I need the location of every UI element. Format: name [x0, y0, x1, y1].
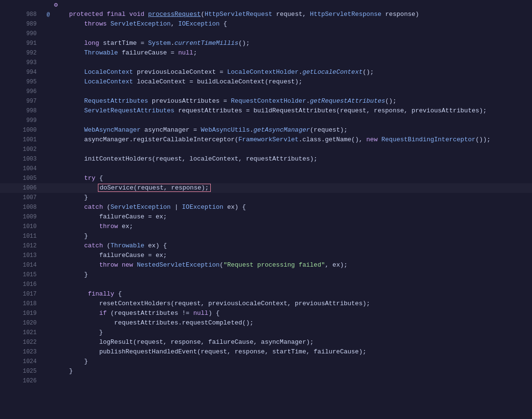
- code-line-996: 996: [0, 87, 532, 96]
- code-content: [54, 280, 532, 289]
- code-content: catch (Throwable ex) {: [54, 241, 532, 251]
- code-content: }: [54, 270, 532, 280]
- code-line-1021: 1021 }: [0, 328, 532, 338]
- override-indicator-icon[interactable]: ⚙: [54, 1, 58, 9]
- highlighted-call: doService(request, response);: [98, 184, 211, 192]
- gutter-cell: [42, 222, 54, 231]
- code-content: protected final void processRequest(Http…: [54, 10, 532, 19]
- code-content: finally {: [54, 289, 532, 299]
- code-content: [54, 29, 532, 39]
- code-content: }: [54, 357, 532, 366]
- code-content: LocaleContext previousLocaleContext = Lo…: [54, 68, 532, 77]
- code-content: logResult(request, response, failureCaus…: [54, 338, 532, 347]
- code-content: LocaleContext localeContext = buildLocal…: [54, 77, 532, 87]
- code-content: [54, 58, 532, 68]
- line-number: 1007: [0, 193, 42, 203]
- line-number: 994: [0, 68, 42, 77]
- code-line-1022: 1022 logResult(request, response, failur…: [0, 338, 532, 347]
- code-line-1026: 1026: [0, 376, 532, 386]
- code-content: throws ServletException, IOException {: [54, 19, 532, 29]
- gutter-cell: [42, 289, 54, 299]
- line-number: 1021: [0, 328, 42, 338]
- code-line-998: 998 ServletRequestAttributes requestAttr…: [0, 106, 532, 116]
- gutter-cell: [42, 174, 54, 183]
- line-number: 999: [0, 116, 42, 125]
- code-content: initContextHolders(request, localeContex…: [54, 154, 532, 164]
- code-line-1013: 1013 failureCause = ex;: [0, 251, 532, 260]
- code-line-1020: 1020 requestAttributes.requestCompleted(…: [0, 318, 532, 328]
- line-number: 1002: [0, 145, 42, 154]
- code-line-999: 999: [0, 116, 532, 125]
- line-number: 992: [0, 48, 42, 58]
- code-content: }: [54, 193, 532, 203]
- line-number: 1008: [0, 203, 42, 212]
- line-number: 1011: [0, 231, 42, 241]
- code-content: asyncManager.registerCallableInterceptor…: [54, 135, 532, 145]
- code-content: failureCause = ex;: [54, 251, 532, 260]
- gutter-cell: [42, 299, 54, 309]
- gutter-cell: [42, 270, 54, 280]
- code-line-1025: 1025 }: [0, 366, 532, 376]
- code-content: requestAttributes.requestCompleted();: [54, 318, 532, 328]
- gutter-cell: [42, 328, 54, 338]
- line-number: 1024: [0, 357, 42, 366]
- code-content: }: [54, 328, 532, 338]
- line-number: 996: [0, 87, 42, 96]
- gutter-cell: [42, 357, 54, 366]
- gutter-cell: [42, 260, 54, 270]
- code-content: [54, 376, 532, 386]
- code-line-1016: 1016: [0, 280, 532, 289]
- code-line-1009: 1009 failureCause = ex;: [0, 212, 532, 222]
- gutter-cell: [42, 338, 54, 347]
- code-line-1003: 1003 initContextHolders(request, localeC…: [0, 154, 532, 164]
- line-number: 1014: [0, 260, 42, 270]
- gutter-cell: [42, 241, 54, 251]
- gutter-cell: [42, 251, 54, 260]
- code-line-1002: 1002: [0, 145, 532, 154]
- line-number: 1016: [0, 280, 42, 289]
- code-line-1008: 1008 catch (ServletException | IOExcepti…: [0, 203, 532, 212]
- line-number: 991: [0, 39, 42, 48]
- gutter-cell: [42, 125, 54, 135]
- line-number: 1017: [0, 289, 42, 299]
- line-number: 1006: [0, 183, 42, 193]
- code-line-1019: 1019 if (requestAttributes != null) {: [0, 309, 532, 318]
- gutter-cell: [42, 39, 54, 48]
- code-content: WebAsyncManager asyncManager = WebAsyncU…: [54, 125, 532, 135]
- gutter-cell: [42, 96, 54, 106]
- gutter-cell: [42, 347, 54, 357]
- editor-container: ⚙ 988@ protected final void processReque…: [0, 0, 532, 419]
- line-number: 1003: [0, 154, 42, 164]
- gutter-cell: [42, 68, 54, 77]
- code-line-1024: 1024 }: [0, 357, 532, 366]
- line-number: 1013: [0, 251, 42, 260]
- code-content: [54, 145, 532, 154]
- code-content: failureCause = ex;: [54, 212, 532, 222]
- code-line-991: 991 long startTime = System.currentTimeM…: [0, 39, 532, 48]
- gutter-cell: [42, 203, 54, 212]
- code-content: throw ex;: [54, 222, 532, 231]
- line-number: 1001: [0, 135, 42, 145]
- code-content: Throwable failureCause = null;: [54, 48, 532, 58]
- line-number: 1026: [0, 376, 42, 386]
- line-number: 1010: [0, 222, 42, 231]
- code-line-994: 994 LocaleContext previousLocaleContext …: [0, 68, 532, 77]
- code-line-997: 997 RequestAttributes previousAttributes…: [0, 96, 532, 106]
- gutter-cell[interactable]: @: [42, 10, 54, 19]
- line-number: 989: [0, 19, 42, 29]
- code-line-1007: 1007 }: [0, 193, 532, 203]
- gutter-cell: [42, 77, 54, 87]
- gutter-cell: [42, 193, 54, 203]
- code-content: }: [54, 366, 532, 376]
- gutter-cell: [42, 280, 54, 289]
- gutter-cell: [42, 309, 54, 318]
- gutter-cell: [42, 366, 54, 376]
- code-line-992: 992 Throwable failureCause = null;: [0, 48, 532, 58]
- gutter-cell: [42, 87, 54, 96]
- line-number: 997: [0, 96, 42, 106]
- line-number: 1020: [0, 318, 42, 328]
- line-number: 1000: [0, 125, 42, 135]
- code-line-1015: 1015 }: [0, 270, 532, 280]
- line-number: 1004: [0, 164, 42, 174]
- gutter-cell: [42, 154, 54, 164]
